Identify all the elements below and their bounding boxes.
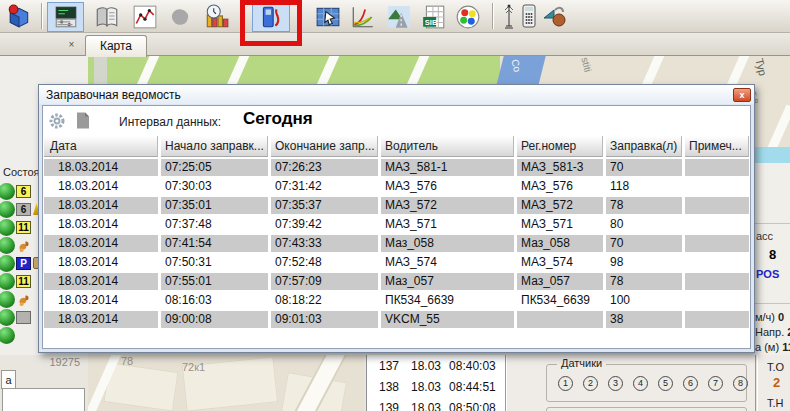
table-cell: МАЗ_571 (517, 216, 603, 233)
antenna-button[interactable] (500, 2, 517, 32)
pour-icon (542, 4, 568, 30)
fuel-report-dialog: Заправочная ведомость x Интервал данных:… (38, 84, 755, 353)
status-badge (16, 311, 31, 324)
map-strip-right[interactable]: т в (755, 84, 790, 163)
table-row[interactable]: 18.03.201407:41:5407:43:33Маз_058Маз_058… (44, 235, 749, 252)
excel-export-button[interactable]: SIB (418, 2, 450, 32)
column-header[interactable]: Дата (44, 136, 158, 157)
t-n-label: Т.Н (767, 397, 784, 409)
tab-close-button[interactable]: × (64, 38, 79, 52)
map-strip-top[interactable]: Со stiti Тур (88, 56, 790, 84)
table-row[interactable]: 18.03.201409:00:0809:01:03VKCM_5538 (44, 311, 749, 328)
list-cell: 08:44:51 (449, 378, 496, 399)
color-circles-button[interactable] (452, 2, 483, 32)
bottom-left-panel: 19275 а (0, 355, 88, 411)
table-cell: 18.03.2014 (44, 273, 158, 290)
list-item[interactable]: 13918.0308:50:08 (367, 399, 505, 411)
chart-clock-button[interactable] (198, 2, 235, 32)
panel-settings-button[interactable] (47, 2, 84, 32)
status-badge: P (16, 257, 31, 270)
street-label: Тур (753, 57, 769, 77)
table-row[interactable]: 18.03.201408:16:0308:18:22ПК534_6639ПК53… (44, 292, 749, 309)
list-cell: 137 (367, 357, 399, 378)
status-badge: 6 (16, 185, 31, 198)
document-button[interactable] (75, 111, 91, 130)
column-header[interactable]: Заправка(л) (606, 136, 682, 157)
table-row[interactable]: 18.03.201407:37:4807:39:42МАЗ_571МАЗ_571… (44, 216, 749, 233)
bottom-left-tab[interactable]: а (1, 370, 16, 389)
map-building (104, 362, 179, 411)
list-cell: 139 (367, 399, 399, 411)
column-header[interactable]: Водитель (381, 136, 514, 157)
table-cell: 07:43:33 (271, 235, 378, 252)
trends-button[interactable] (348, 2, 378, 32)
map-water-road (755, 147, 790, 163)
main-toolbar: SIB (0, 0, 790, 33)
table-cell: 100 (606, 292, 682, 309)
list-cell: 08:40:03 (449, 357, 496, 378)
speed-readout: м/ч) 0 (755, 311, 784, 323)
sensor-circle[interactable]: 2 (583, 376, 598, 391)
graph-button[interactable] (128, 2, 161, 32)
sensor-circle[interactable]: 7 (708, 376, 723, 391)
list-item[interactable]: 13718.0308:40:03 (367, 357, 505, 378)
table-cell: МАЗ_572 (517, 197, 603, 214)
table-row[interactable]: 18.03.201407:25:0507:26:23МАЗ_581-1МАЗ_5… (44, 159, 749, 176)
table-cell (685, 235, 749, 252)
map-road (722, 56, 753, 84)
table-cell: 08:18:22 (271, 292, 378, 309)
dialog-title-bar[interactable]: Заправочная ведомость x (39, 85, 754, 104)
list-cell: 18.03 (411, 399, 441, 411)
sensor-circle[interactable]: 8 (733, 376, 748, 391)
list-item[interactable]: 13818.0308:44:51 (367, 378, 505, 399)
shape-button[interactable] (164, 2, 195, 32)
table-cell: 07:26:23 (271, 159, 378, 176)
status-panel-header: Состоя (3, 166, 40, 178)
pos-label: POS (756, 268, 779, 280)
list-cell: 18.03 (411, 378, 441, 399)
status-sphere-icon (0, 327, 15, 344)
divider (755, 303, 790, 304)
table-cell: 07:57:09 (271, 273, 378, 290)
column-header[interactable]: Окончание запр... (271, 136, 378, 157)
map-cursor-button[interactable] (312, 2, 343, 32)
dialog-close-button[interactable]: x (733, 88, 751, 102)
table-cell: 07:37:48 (161, 216, 268, 233)
table-cell: 70 (606, 159, 682, 176)
settings-gear-button[interactable] (48, 112, 66, 130)
sensor-circle[interactable]: 5 (658, 376, 673, 391)
pour-button[interactable] (541, 2, 568, 32)
table-cell: 07:39:42 (271, 216, 378, 233)
table-cell: 78 (606, 197, 682, 214)
remote-control-button[interactable] (519, 2, 538, 32)
sensor-circle[interactable]: 4 (633, 376, 648, 391)
list-cell: 138 (367, 378, 399, 399)
table-row[interactable]: 18.03.201407:30:0307:31:42МАЗ_576МАЗ_576… (44, 178, 749, 195)
sensors-panel: Датчики 12345678 (505, 355, 755, 411)
table-cell (685, 197, 749, 214)
column-header[interactable]: Примеч... (685, 136, 749, 157)
map-strip-bottom[interactable]: 78 72к1 (88, 355, 364, 411)
toolbar-separator (41, 3, 43, 29)
sensors-groupbox: Датчики 12345678 (546, 364, 747, 402)
reference-book-button[interactable] (90, 2, 123, 32)
table-cell: 07:31:42 (271, 178, 378, 195)
interval-value[interactable]: Сегодня (243, 109, 313, 129)
column-header[interactable]: Рег.номер (517, 136, 603, 157)
sensor-circle[interactable]: 3 (608, 376, 623, 391)
exit-button[interactable] (3, 2, 35, 32)
tab-map[interactable]: Карта (85, 35, 147, 57)
table-row[interactable]: 18.03.201407:35:0107:35:37МАЗ_572МАЗ_572… (44, 197, 749, 214)
table-cell: 18.03.2014 (44, 235, 158, 252)
sensor-circle[interactable]: 1 (558, 376, 573, 391)
table-cell: 118 (606, 178, 682, 195)
panel-settings-icon (53, 4, 79, 30)
table-row[interactable]: 18.03.201407:50:3107:52:48МАЗ_574МАЗ_574… (44, 254, 749, 271)
column-header[interactable]: Начало заправк... (161, 136, 268, 157)
sensor-circle[interactable]: 6 (683, 376, 698, 391)
road-button[interactable] (382, 2, 415, 32)
table-row[interactable]: 18.03.201407:55:0107:57:09Маз_057Маз_057… (44, 273, 749, 290)
table-cell: 07:25:05 (161, 159, 268, 176)
map-cursor-icon (315, 4, 341, 30)
table-cell: 07:30:03 (161, 178, 268, 195)
